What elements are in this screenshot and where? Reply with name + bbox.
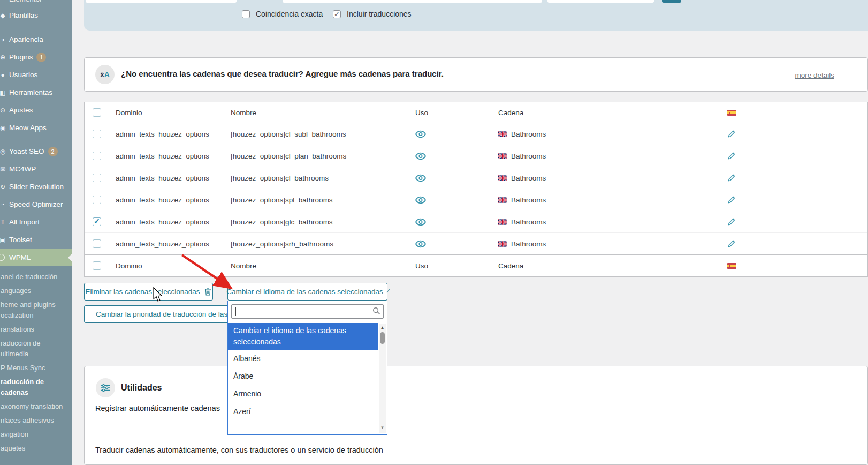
sidebar-item-label: Plantillas: [9, 11, 38, 19]
eye-icon[interactable]: [415, 240, 498, 248]
string-cell: Bathrooms: [498, 196, 727, 204]
eye-icon[interactable]: [415, 130, 498, 138]
sidebar-item-label: Toolset: [9, 236, 32, 244]
string-cell: Bathrooms: [498, 130, 727, 138]
eye-icon[interactable]: [415, 174, 498, 182]
domain-cell: admin_texts_houzez_options: [116, 240, 231, 248]
submenu-item-languages[interactable]: anguages: [0, 284, 72, 298]
filter-input-partial[interactable]: [547, 0, 654, 3]
sidebar-item-plugins[interactable]: ⊕ Plugins 1: [0, 48, 72, 66]
sidebar-item-wpml[interactable]: WPML: [0, 249, 72, 266]
submenu-item-translations[interactable]: ranslations: [0, 322, 72, 336]
select-all-checkbox[interactable]: [93, 108, 101, 117]
scrollbar-thumb[interactable]: [380, 332, 385, 344]
sidebar-item-plantillas[interactable]: ◆ Plantillas: [0, 6, 72, 24]
option-change-language[interactable]: Cambiar el idioma de las cadenas selecci…: [228, 323, 378, 350]
submenu-item-taxonomy-translation[interactable]: axonomy translation: [0, 400, 72, 414]
include-translations-label: Incluir traducciones: [347, 10, 412, 18]
sidebar-item-label: Elementor: [9, 0, 42, 3]
sidebar-item-speed-optimizer[interactable]: ◔ Speed Optimizer: [0, 196, 72, 213]
edit-pencil-icon[interactable]: [727, 218, 867, 226]
sidebar-item-yoast-seo[interactable]: ◎ Yoast SEO 2: [0, 142, 72, 160]
row-checkbox[interactable]: [93, 152, 101, 160]
row-checkbox[interactable]: [93, 174, 101, 182]
wpml-icon: [0, 254, 5, 261]
chevron-down-icon: [386, 289, 390, 292]
eye-icon[interactable]: [415, 152, 498, 160]
sidebar-item-elementor[interactable]: Elementor: [0, 0, 72, 6]
sidebar-item-toolset[interactable]: ▣ Toolset: [0, 231, 72, 249]
wpml-string-translation-screen: { "colors": { "sidebar_bg": "#7d95a0", "…: [0, 0, 868, 465]
table-row: admin_texts_houzez_options [houzez_optio…: [85, 232, 867, 254]
appearance-icon: ◑: [0, 36, 7, 43]
row-checkbox[interactable]: [93, 196, 101, 204]
eye-icon[interactable]: [415, 218, 498, 226]
domain-cell: admin_texts_houzez_options: [116, 218, 231, 226]
translate-icon: x̄A: [95, 65, 115, 84]
option-armenian[interactable]: Armenio: [228, 385, 378, 403]
row-checkbox[interactable]: [93, 130, 101, 138]
search-button-partial[interactable]: [662, 0, 681, 3]
submenu-item-theme-plugins-localization[interactable]: heme and plugins ocalization: [0, 298, 72, 322]
language-search-input[interactable]: [231, 304, 384, 319]
search-input-partial[interactable]: [86, 0, 237, 3]
sidebar-item-herramientas[interactable]: ◧ Herramientas: [0, 84, 72, 101]
search-filter-panel: [84, 0, 868, 31]
more-details-link[interactable]: more details: [795, 71, 834, 79]
sidebar-item-label: Yoast SEO: [9, 147, 44, 155]
strings-table: Dominio Nombre Uso Cadena admin_texts_ho…: [84, 102, 868, 277]
edit-pencil-icon[interactable]: [727, 130, 867, 138]
sidebar-item-ajustes[interactable]: ⊙ Ajustes: [0, 101, 72, 119]
row-checkbox[interactable]: [93, 239, 101, 248]
table-row: admin_texts_houzez_options [houzez_optio…: [85, 123, 867, 145]
edit-pencil-icon[interactable]: [727, 196, 867, 204]
submenu-item-wp-menus-sync[interactable]: P Menus Sync: [0, 361, 72, 375]
sidebar-item-slider-revolution[interactable]: ↻ Slider Revolution: [0, 178, 72, 196]
option-albanian[interactable]: Albanés: [228, 350, 378, 368]
eye-icon[interactable]: [415, 196, 498, 204]
name-cell: [houzez_options]spl_bathrooms: [231, 196, 415, 204]
submenu-item-media-translation[interactable]: raducción de ultimedia: [0, 336, 72, 361]
delete-selected-strings-button[interactable]: Eliminar las cadenas seleccionadas: [84, 283, 213, 301]
uk-flag-icon: [498, 153, 507, 159]
sidebar-item-all-import[interactable]: ⇧ All Import: [0, 213, 72, 231]
language-options-list: Cambiar el idioma de las cadenas selecci…: [228, 323, 378, 434]
string-cell: Bathrooms: [498, 152, 727, 160]
scroll-up-arrow-icon[interactable]: ▲: [379, 325, 386, 331]
string-cell: Bathrooms: [498, 240, 727, 248]
row-checkbox[interactable]: [93, 218, 101, 226]
change-priority-button[interactable]: Cambiar la prioridad de traducción de la…: [84, 305, 234, 323]
sidebar-item-meow-apps[interactable]: ◉ Meow Apps: [0, 119, 72, 137]
spain-flag-icon: [727, 263, 736, 269]
utilities-panel: Utilidades Registrar automáticamente cad…: [84, 366, 868, 465]
scroll-down-arrow-icon[interactable]: ▼: [379, 425, 386, 431]
column-string: Cadena: [498, 262, 727, 270]
filter-input-partial[interactable]: [283, 0, 542, 3]
submenu-item-sticky-links[interactable]: nlaces adhesivos: [0, 414, 72, 428]
select-all-checkbox[interactable]: [93, 261, 101, 270]
sidebar-item-label: Meow Apps: [9, 124, 47, 132]
edit-pencil-icon[interactable]: [727, 174, 867, 182]
submenu-item-navigation[interactable]: avigation: [0, 428, 72, 441]
exact-match-checkbox[interactable]: [242, 10, 250, 18]
change-language-dropdown-toggle[interactable]: Cambiar el idioma de las cadenas selecci…: [227, 283, 387, 301]
submenu-item-packages[interactable]: aquetes: [0, 441, 72, 455]
sidebar-item-usuarios[interactable]: ● Usuarios: [0, 66, 72, 84]
sidebar-item-mc4wp[interactable]: ✉ MC4WP: [0, 160, 72, 178]
table-row: admin_texts_houzez_options [houzez_optio…: [85, 167, 867, 189]
submenu-item-translation-dashboard[interactable]: anel de traducción: [0, 270, 72, 284]
dropdown-toggle-label: Cambiar el idioma de las cadenas selecci…: [226, 288, 383, 296]
edit-pencil-icon[interactable]: [727, 239, 867, 248]
uk-flag-icon: [498, 175, 507, 181]
edit-pencil-icon[interactable]: [727, 152, 867, 160]
option-azeri[interactable]: Azerí: [228, 403, 378, 421]
string-value: Bathrooms: [511, 130, 546, 138]
option-arabic[interactable]: Árabe: [228, 368, 378, 385]
include-translations-checkbox[interactable]: [333, 10, 341, 18]
update-count-badge: 1: [36, 52, 46, 62]
submenu-item-string-translation[interactable]: raducción de cadenas: [0, 375, 72, 400]
sidebar-item-apariencia[interactable]: ◑ Apariencia: [0, 31, 72, 48]
dropdown-scrollbar[interactable]: ▲ ▼: [379, 324, 386, 433]
wpml-submenu: anel de traducción anguages heme and plu…: [0, 266, 72, 465]
sidebar-item-label: Herramientas: [9, 88, 52, 96]
